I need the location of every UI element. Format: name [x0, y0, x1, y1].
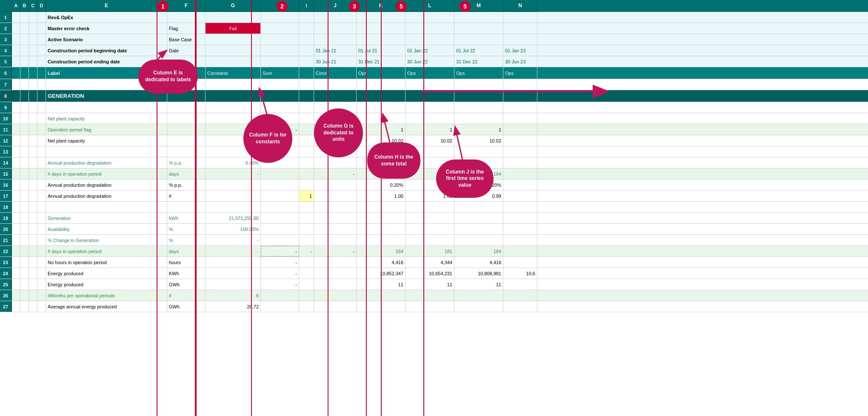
cell-22-E[interactable]: # days in operation period [46, 246, 167, 256]
cell-8-B [20, 90, 29, 102]
row-11: 11 Operation period flag - - - 1 1 1 [0, 124, 868, 135]
cell-25-C [29, 279, 37, 290]
cell-12-F [167, 135, 206, 146]
cell-13-A [12, 146, 20, 157]
cell-26-I [299, 290, 314, 301]
cell-1-C [29, 12, 37, 23]
cell-16-C [29, 180, 37, 190]
cell-23-E[interactable]: No hours in operation period [46, 257, 167, 268]
cell-14-A [12, 157, 20, 168]
cell-21-G: - [206, 235, 261, 245]
cell-27-A [12, 301, 20, 312]
row-24: 24 Energy produced KWh - 10,852,347 10,6… [0, 268, 868, 279]
cell-20-J [314, 224, 357, 234]
col-header-N[interactable]: N [503, 0, 537, 12]
row-23: 23 No hours in operation period hours - … [0, 257, 868, 268]
cell-21-M [454, 235, 503, 245]
cell-2-H [261, 23, 299, 34]
col-header-L[interactable]: L [405, 0, 454, 12]
cell-26-E[interactable]: #Months per operational periods [46, 290, 167, 301]
cell-23-H: - [261, 257, 299, 268]
cell-4-B [20, 45, 29, 56]
cell-19-D [37, 213, 46, 223]
cell-10-D [37, 113, 46, 124]
cell-2-F: Flag [167, 23, 206, 34]
cell-9-J [314, 102, 357, 113]
cell-24-M: 10,808,981 [454, 268, 503, 279]
cell-1-G [206, 12, 261, 23]
cell-21-A [12, 235, 20, 245]
row-18: 18 [0, 202, 868, 213]
col-header-F[interactable]: F [167, 0, 206, 12]
cell-19-E[interactable]: Generation [46, 213, 167, 223]
cell-27-B [20, 301, 29, 312]
cell-12-A [12, 135, 20, 146]
cell-26-N [503, 290, 537, 301]
cell-21-E[interactable]: % Change in Generation [46, 235, 167, 245]
cell-22-M: 184 [454, 246, 503, 256]
cell-19-L [405, 213, 454, 223]
cell-24-E[interactable]: Energy produced [46, 268, 167, 279]
row-num-3: 3 [0, 34, 12, 45]
cell-27-H [261, 301, 299, 312]
cell-8-D [37, 90, 46, 102]
cell-8-J [314, 90, 357, 102]
cell-19-N [503, 213, 537, 223]
cell-5-L: 30 Jun 22 [405, 56, 454, 67]
cell-20-D [37, 224, 46, 234]
cell-19-A [12, 213, 20, 223]
cell-1-E[interactable]: Rev& OpEx [46, 12, 167, 23]
cell-8-K [357, 90, 405, 102]
cell-2-N [503, 23, 537, 34]
cell-4-G [206, 45, 261, 56]
cell-16-E[interactable]: Annual production degradation [46, 180, 167, 190]
cell-24-A [12, 268, 20, 279]
cell-26-D [37, 290, 46, 301]
cell-17-N [503, 191, 537, 201]
cell-15-F: days [167, 168, 206, 179]
cell-17-C [29, 191, 37, 201]
cell-7-A [12, 79, 20, 90]
cell-21-H [261, 235, 299, 245]
cell-25-E[interactable]: Energy produced [46, 279, 167, 290]
cell-12-E[interactable]: Net plant capacity [46, 135, 167, 146]
column-headers: A B C D E F G H I J K L M N [0, 0, 868, 12]
cell-2-E[interactable]: Master error check [46, 23, 167, 34]
cell-15-E[interactable]: # days in operation period [46, 168, 167, 179]
cell-14-K [357, 157, 405, 168]
cell-15-K: 184 [357, 168, 405, 179]
cell-14-B [20, 157, 29, 168]
col-header-A[interactable]: A [12, 0, 20, 12]
cell-8-A [12, 90, 20, 102]
cell-27-E[interactable]: Average annual energy produced [46, 301, 167, 312]
cell-14-E[interactable]: Annual production degradation [46, 157, 167, 168]
cell-11-E[interactable]: Operation period flag [46, 124, 167, 135]
cell-17-E[interactable]: Annual production degradation [46, 191, 167, 201]
cell-12-H [261, 135, 299, 146]
cell-18-C [29, 202, 37, 212]
col-header-B[interactable]: B [20, 0, 29, 12]
cell-15-B [20, 168, 29, 179]
col-header-C[interactable]: C [29, 0, 37, 12]
cell-20-L [405, 224, 454, 234]
col-header-I[interactable]: I [299, 0, 314, 12]
cell-23-D [37, 257, 46, 268]
cell-6-M: Ops [454, 67, 503, 79]
cell-10-E[interactable]: Net plant capacity [46, 113, 167, 124]
col-header-E[interactable]: E [46, 0, 167, 12]
cell-13-E [46, 146, 167, 157]
cell-7-B [20, 79, 29, 90]
cell-11-N [503, 124, 537, 135]
cell-20-E[interactable]: Availability [46, 224, 167, 234]
cell-6-C [29, 67, 37, 79]
col-header-G[interactable]: G [206, 0, 261, 12]
cell-9-F [167, 102, 206, 113]
row-num-2: 2 [0, 23, 12, 34]
row-22: 22 # days in operation period days - - -… [0, 246, 868, 257]
circle-5b: 5 [460, 1, 471, 12]
cell-25-J [314, 279, 357, 290]
cell-2-G: Fail [206, 23, 261, 34]
col-header-D[interactable]: D [37, 0, 46, 12]
cell-25-B [20, 279, 29, 290]
cell-18-L [405, 202, 454, 212]
